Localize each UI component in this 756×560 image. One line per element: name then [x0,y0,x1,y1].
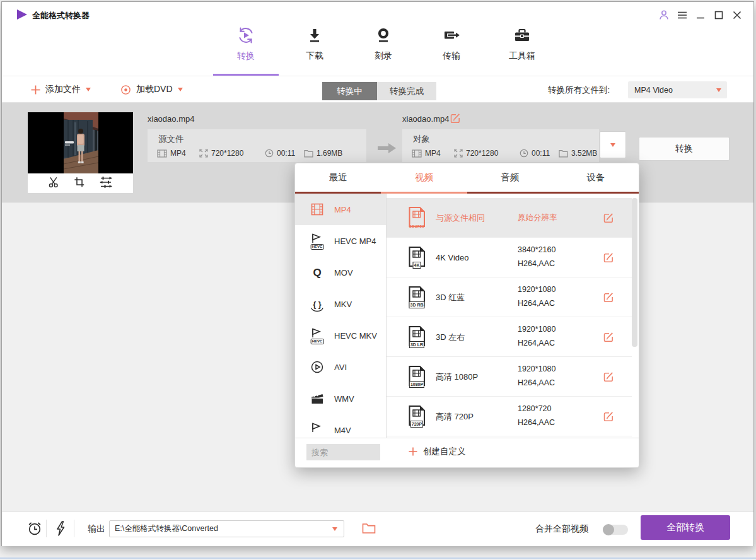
tab-burn-label: 刻录 [375,50,392,62]
add-files-caret-icon [86,88,91,91]
schedule-alarm-icon[interactable] [26,520,43,539]
tab-convert-label: 转换 [237,50,255,62]
dropdown-caret-icon [610,143,615,147]
account-icon[interactable] [658,9,670,21]
target-format-dropdown-button[interactable] [600,131,626,158]
edit-preset-icon[interactable] [603,212,614,226]
hevc-flag-icon: HEVC [309,233,325,249]
thumbnail-actions [28,173,133,193]
burn-disc-icon [375,26,392,47]
quicktime-icon: Q [309,264,325,281]
preset-hd-1080p[interactable]: 1080P 高清 1080P 1920*1080 H264,AAC [387,357,632,397]
source-duration: 00:11 [265,149,295,158]
menu-icon[interactable] [676,9,689,21]
output-path-select[interactable]: E:\全能格式转换器\Converted [109,520,344,537]
preset-file-icon: 3D RB [407,286,426,308]
create-custom-button[interactable]: 创建自定义 [409,446,466,457]
load-dvd-button[interactable]: 加载DVD [120,76,183,103]
load-dvd-label: 加载DVD [136,84,173,95]
format-search-input[interactable] [306,444,380,460]
desktop-edge-line [0,557,756,559]
edit-preset-icon[interactable] [603,331,614,345]
popup-tabs: 最近 视频 音频 设备 [295,163,639,194]
convert-row-button[interactable]: 转换 [639,137,730,161]
rename-edit-icon[interactable] [450,112,461,126]
clock-icon [520,149,528,158]
source-filename: xiaodao.mp4 [148,114,194,124]
minimize-button[interactable] [694,9,707,21]
format-item-m4v[interactable]: M4V [295,414,386,438]
tab-download[interactable]: 下载 [287,26,342,62]
format-item-hevc-mkv[interactable]: HEVC HEVC MKV [295,320,386,351]
tab-burn[interactable]: 刻录 [356,26,411,62]
tab-transfer-label: 传输 [443,50,460,62]
preset-3d-redblue[interactable]: 3D RB 3D 红蓝 1920*1080 H264,AAC [387,277,632,317]
dvd-icon [120,85,131,95]
close-button[interactable] [731,9,743,21]
popup-tab-device[interactable]: 设备 [553,163,639,194]
output-path-value: E:\全能格式转换器\Converted [115,523,218,534]
preset-3d-leftright[interactable]: 3D LR 3D 左右 1920*1080 H264,AAC [387,317,632,357]
trim-scissors-icon[interactable] [48,176,60,190]
popup-tab-video[interactable]: 视频 [381,163,467,194]
tab-converting[interactable]: 转换中 [322,82,377,100]
edit-preset-icon[interactable] [603,291,614,305]
source-size: 1.69MB [304,149,342,158]
source-file-icon: source [407,206,426,229]
edit-preset-icon[interactable] [603,252,614,265]
popup-scrollbar-thumb[interactable] [632,198,637,347]
clock-icon [265,149,274,158]
format-item-mkv[interactable]: { } MKV [295,288,386,320]
load-dvd-caret-icon [178,88,183,91]
folder-icon [304,149,313,158]
hevc-flag-icon: HEVC [309,327,325,344]
popup-tab-recent[interactable]: 最近 [295,163,381,194]
format-picker-popup: 最近 视频 音频 设备 MP4 HEVC HEVC MP4 [294,163,639,468]
convert-all-to-select[interactable]: MP4 Video [628,81,727,98]
maximize-button[interactable] [712,9,725,21]
video-preview-image [28,112,133,173]
popup-tab-audio[interactable]: 音频 [467,163,553,194]
format-item-avi[interactable]: AVI [295,351,386,383]
app-title: 全能格式转换器 [32,10,90,21]
tab-download-label: 下载 [306,50,323,62]
convert-all-to-value: MP4 Video [634,86,673,95]
tab-toolbox[interactable]: 工具箱 [494,26,550,62]
preset-4k-video[interactable]: 4K 4K Video 3840*2160 H264,AAC [387,238,632,277]
high-speed-icon[interactable] [55,520,66,539]
merge-all-label: 合并全部视频 [535,523,588,535]
add-files-button[interactable]: 添加文件 [31,76,91,103]
merge-all-toggle[interactable] [603,525,628,535]
convert-all-to-caret-icon [716,88,721,92]
format-item-hevc-mp4[interactable]: HEVC HEVC MP4 [295,225,386,257]
format-item-mov[interactable]: Q MOV [295,257,386,288]
format-item-wmv[interactable]: WMV [295,383,386,414]
target-info-box: 对象 MP4 720*1280 00:11 3.52MB [402,129,599,162]
target-filename: xiaodao.mp4 [402,114,449,124]
target-duration: 00:11 [520,149,550,158]
target-section-label: 对象 [413,134,430,145]
convert-all-to-label: 转换所有文件到: [548,85,610,96]
tab-convert[interactable]: 转换 [218,26,274,62]
format-item-mp4[interactable]: MP4 [295,194,386,225]
toggle-knob [603,524,614,535]
app-window: 全能格式转换器 [1,1,754,546]
toolbox-icon [513,26,531,47]
tab-toolbox-label: 工具箱 [509,50,535,62]
open-folder-button[interactable] [362,523,376,537]
preset-same-as-source[interactable]: source 与源文件相同 原始分辨率 [387,198,632,238]
app-logo [16,8,28,23]
tab-finished[interactable]: 转换完成 [377,82,436,100]
preset-hd-720p[interactable]: 720P 高清 720P 1280*720 H264,AAC [387,397,632,436]
source-to-target-arrow-icon [378,142,397,157]
tab-transfer[interactable]: 传输 [424,26,479,62]
toolbar: 添加文件 加载DVD 转换中 转换完成 转换所有文件到: MP4 Video [2,76,753,103]
preset-file-icon: 720P [407,405,426,428]
clapperboard-icon [309,390,325,407]
edit-preset-icon[interactable] [603,411,614,424]
edit-preset-icon[interactable] [603,371,614,385]
crop-icon[interactable] [74,177,85,190]
target-resolution: 720*1280 [454,149,498,158]
convert-all-button[interactable]: 全部转换 [641,515,730,540]
effects-sliders-icon[interactable] [99,176,113,191]
